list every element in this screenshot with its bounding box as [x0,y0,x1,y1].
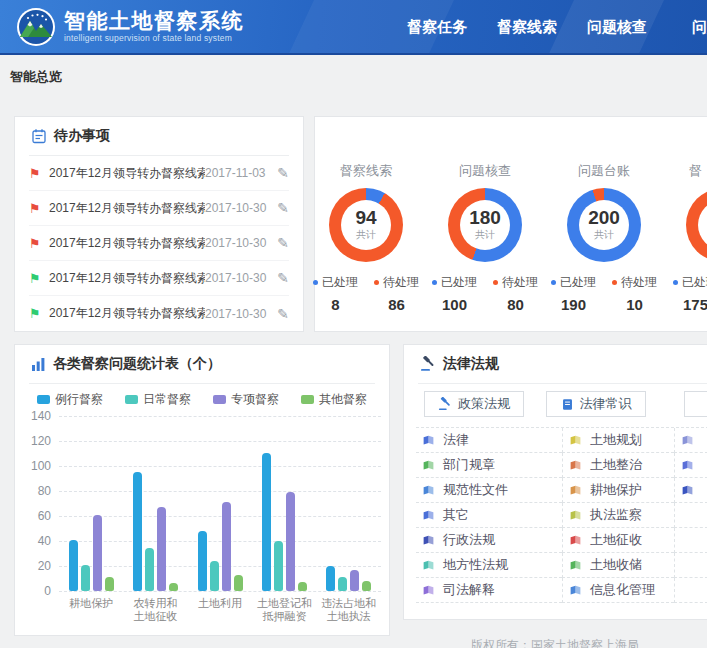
todo-panel-title: 待办事项 [54,127,110,145]
todo-item-title: 2017年12月领导转办督察线索 [49,235,205,252]
legal-link-local-regulations[interactable]: 地方性法规 [416,553,562,578]
bar [81,565,90,591]
donut-chart: 200 共计 [567,188,641,262]
legend-item-routine[interactable]: 例行督察 [37,391,103,408]
bar [298,582,307,591]
nav-item-issue-verification[interactable]: 问题核查 [587,18,647,37]
donut-title: 问题台账 [544,162,664,180]
laws-regulations-panel: 法律法规 政策法规 法律常识 [403,344,707,620]
y-axis-tick: 100 [19,459,51,473]
bar [286,492,295,591]
donut-total-label: 共计 [356,228,376,242]
todo-list-item[interactable]: ⚑ 2017年12月领导转办督察线索 2017-10-30 ✎ [29,191,289,226]
donut-title: 督察线索 [306,162,426,180]
bar-group-land-conversion [123,416,187,591]
edit-pencil-icon[interactable]: ✎ [271,270,289,286]
edit-pencil-icon[interactable]: ✎ [271,235,289,251]
todo-item-title: 2017年12月领导转办督察线索 [49,305,205,322]
pending-value: 80 [493,296,538,313]
bar [198,531,207,591]
processed-label: 已处理 [441,274,477,291]
legal-link-information-management[interactable]: 信息化管理 [562,578,674,603]
legal-link-administrative-regulations[interactable]: 行政法规 [416,528,562,553]
bar [105,577,114,591]
legal-link-land-storage[interactable]: 土地收储 [562,553,674,578]
donut-total-label: 共计 [594,228,614,242]
processed-value: 100 [432,296,477,313]
book-icon [422,459,435,472]
legal-knowledge-button[interactable]: 法律常识 [546,391,646,417]
bar [362,581,371,591]
flag-icon: ⚑ [29,271,49,286]
legal-link-cutoff[interactable] [674,478,707,503]
book-icon [422,534,435,547]
legal-link-land-expropriation[interactable]: 土地征收 [562,528,674,553]
nav-item-supervision-tasks[interactable]: 督察任务 [407,18,467,37]
legal-panel-title: 法律法规 [443,355,499,373]
app-subtitle: intelligent supervision of state land sy… [64,33,244,43]
bar [169,583,178,591]
flag-icon: ⚑ [29,236,49,251]
chart-panel-header: 各类督察问题统计表（个） [15,345,389,383]
legal-link-cutoff[interactable] [674,453,707,478]
book-icon [422,434,435,447]
todo-list-item[interactable]: ⚑ 2017年12月领导转办督察线索 2017-10-30 ✎ [29,261,289,296]
legal-link-cutoff[interactable] [674,428,707,453]
book-icon [569,584,582,597]
flag-icon: ⚑ [29,166,49,181]
legal-grid-empty-cell [674,553,707,578]
flag-icon: ⚑ [29,201,49,216]
chart-panel-title: 各类督察问题统计表（个） [53,355,221,373]
x-axis-label: 耕地保护 [59,597,123,623]
todo-item-date: 2017-10-30 [205,271,271,285]
donut-issue-verification: 问题核查 180 共计 已处理 100 待处理 80 [425,157,545,313]
pending-label: 待处理 [502,274,538,291]
y-axis-tick: 80 [19,484,51,498]
book-icon [561,398,574,411]
processed-value: 190 [551,296,596,313]
legend-item-daily[interactable]: 日常督察 [125,391,191,408]
bar-group-registration-mortgage [252,416,316,591]
donut-chart: 94 共计 [329,188,403,262]
legend-item-other[interactable]: 其他督察 [301,391,367,408]
processed-label: 已处理 [322,274,358,291]
legal-link-farmland-protection[interactable]: 耕地保护 [562,478,674,503]
nav-item-issue-ledger[interactable]: 问题 [677,18,707,37]
legal-extra-button[interactable] [684,391,707,417]
app-logo [16,7,56,47]
app-title: 智能土地督察系统 [64,9,244,33]
stats-donut-panel: 督察线索 94 共计 已处理 8 待处理 86 问题核查 180 共计 [314,116,707,332]
todo-list-item[interactable]: ⚑ 2017年12月领导转办督察线索 2017-11-03 ✎ [29,156,289,191]
x-axis-label: 违法占地和 土地执法 [317,597,381,623]
bar [338,577,347,591]
nav-item-supervision-clues[interactable]: 督察线索 [497,18,557,37]
legal-link-judicial-interpretation[interactable]: 司法解释 [416,578,562,603]
legal-link-normative-documents[interactable]: 规范性文件 [416,478,562,503]
pending-label: 待处理 [383,274,419,291]
legal-link-other[interactable]: 其它 [416,503,562,528]
legend-swatch [125,395,138,404]
legal-link-law[interactable]: 法律 [416,428,562,453]
book-icon [569,509,582,522]
processed-dot [673,280,678,285]
x-axis-label: 农转用和 土地征收 [123,597,187,623]
legal-link-land-planning[interactable]: 土地规划 [562,428,674,453]
policy-regulations-button[interactable]: 政策法规 [424,391,524,417]
book-icon [422,559,435,572]
legal-link-land-remediation[interactable]: 土地整治 [562,453,674,478]
edit-pencil-icon[interactable]: ✎ [271,165,289,181]
edit-pencil-icon[interactable]: ✎ [271,200,289,216]
todo-item-title: 2017年12月领导转办督察线索 [49,270,205,287]
legend-item-special[interactable]: 专项督察 [213,391,279,408]
legal-links-grid: 法律 土地规划 部门规章 土地整治 规范性文件 耕地保护 其它 执法监察 行政法… [416,427,707,603]
todo-list-item[interactable]: ⚑ 2017年12月领导转办督察线索 2017-10-30 ✎ [29,296,289,331]
todo-panel: 待办事项 ⚑ 2017年12月领导转办督察线索 2017-11-03 ✎ ⚑ 2… [14,116,304,332]
todo-list-item[interactable]: ⚑ 2017年12月领导转办督察线索 2017-10-30 ✎ [29,226,289,261]
todo-item-date: 2017-10-30 [205,201,271,215]
legal-link-department-rules[interactable]: 部门规章 [416,453,562,478]
bar [222,502,231,591]
y-axis-tick: 40 [19,534,51,548]
processed-dot [551,280,556,285]
edit-pencil-icon[interactable]: ✎ [271,306,289,322]
legal-link-law-enforcement[interactable]: 执法监察 [562,503,674,528]
